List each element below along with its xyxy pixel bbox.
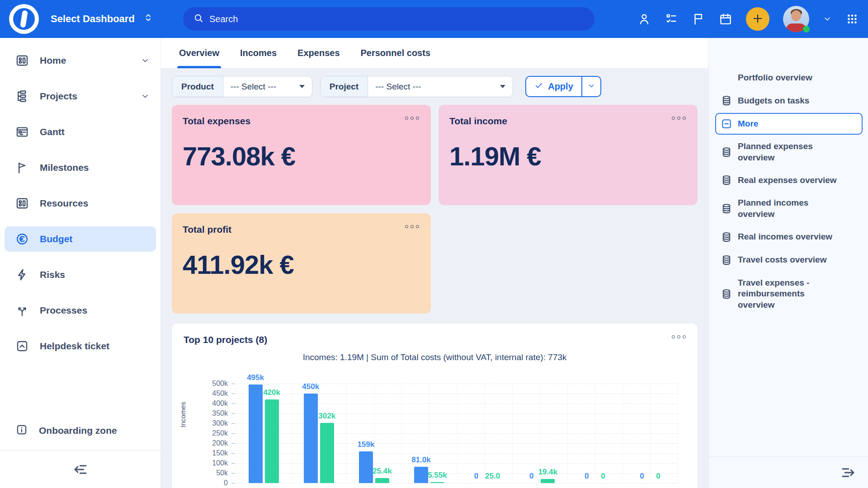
helpdesk-icon xyxy=(15,339,29,353)
right-panel-item-label: Real incomes overview xyxy=(738,231,832,243)
chevron-down-icon[interactable] xyxy=(141,92,150,101)
apply-options-button[interactable] xyxy=(581,77,600,96)
costs-bar[interactable] xyxy=(320,423,334,483)
right-panel-item-real-expenses-overview[interactable]: Real expenses overview xyxy=(715,169,863,191)
sidebar-item-resources[interactable]: Resources xyxy=(5,191,156,216)
person-icon xyxy=(637,12,651,26)
sidebar-item-label: Gantt xyxy=(40,127,65,137)
y-axis-title: Incomes xyxy=(179,385,187,444)
bar-slot: 0 xyxy=(635,384,649,483)
database-icon xyxy=(721,146,732,158)
sidebar-item-projects[interactable]: Projects xyxy=(5,84,156,109)
apply-button[interactable]: Apply xyxy=(526,77,581,96)
bar-group-7: 00 xyxy=(579,384,611,483)
collapse-sidebar-button[interactable] xyxy=(72,461,89,478)
calendar-icon-button[interactable] xyxy=(719,12,732,26)
bar-slot: 0 xyxy=(651,384,665,483)
chevron-down-icon[interactable] xyxy=(141,56,150,65)
tab-expenses[interactable]: Expenses xyxy=(297,38,340,68)
axis-tick xyxy=(231,413,235,414)
search-bar[interactable] xyxy=(183,7,594,31)
axis-tick xyxy=(231,384,235,384)
incomes-bar[interactable] xyxy=(304,394,318,483)
incomes-bar[interactable] xyxy=(414,467,428,483)
checklist-icon xyxy=(665,12,678,26)
bar-slot: 5.55k xyxy=(430,384,444,483)
sidebar-item-label: Risks xyxy=(40,269,65,280)
tab-incomes[interactable]: Incomes xyxy=(240,38,277,68)
right-panel-item-more[interactable]: More xyxy=(715,113,863,135)
card-menu-kebab[interactable] xyxy=(403,115,421,122)
sidebar-item-milestones[interactable]: Milestones xyxy=(5,155,156,180)
sidebar-item-onboarding-zone[interactable]: Onboarding zone xyxy=(5,418,156,443)
bar-group-8: 00 xyxy=(634,384,666,483)
bar-value-label: 0 xyxy=(585,472,589,481)
dropdown-caret-icon xyxy=(299,85,305,88)
dashboard-selector[interactable]: Select Dashboard xyxy=(51,12,154,26)
sidebar-item-processes[interactable]: Processes xyxy=(5,298,156,323)
bar-value-label: 81.0k xyxy=(411,455,431,465)
incomes-bar[interactable] xyxy=(359,451,373,483)
main-area: OverviewIncomesExpensesPersonnel costs P… xyxy=(161,38,708,488)
database-icon xyxy=(721,174,732,186)
right-panel-item-planned-incomes-overview[interactable]: Planned incomes overview xyxy=(715,192,863,225)
sidebar-item-home[interactable]: Home xyxy=(5,48,156,73)
bar-slot: 25.0 xyxy=(486,384,500,483)
sidebar-item-helpdesk-ticket[interactable]: Helpdesk ticket xyxy=(5,333,156,359)
tab-personnel-costs[interactable]: Personnel costs xyxy=(361,38,431,68)
costs-bar[interactable] xyxy=(375,478,389,483)
expand-panel-button[interactable] xyxy=(840,465,856,481)
incomes-bar[interactable] xyxy=(249,385,263,483)
tab-overview[interactable]: Overview xyxy=(179,38,219,68)
card-menu-kebab[interactable] xyxy=(403,223,421,230)
right-panel-item-travel-costs-overview[interactable]: Travel costs overview xyxy=(715,249,863,271)
right-panel-item-travel-expenses-reimbursements-overview[interactable]: Travel expenses - reimbursements overvie… xyxy=(715,272,863,316)
sidebar-item-budget[interactable]: Budget xyxy=(5,226,156,252)
right-panel-item-portfolio-overview[interactable]: Portfolio overview xyxy=(715,67,863,89)
costs-bar[interactable] xyxy=(265,399,279,483)
card-value: 1.19M € xyxy=(449,141,687,171)
project-select[interactable]: --- Select --- xyxy=(368,76,513,97)
bar-slot: 25.4k xyxy=(375,384,389,483)
bar-slot: 19.4k xyxy=(541,384,555,483)
right-panel-item-budgets-on-tasks[interactable]: Budgets on tasks xyxy=(715,90,863,112)
card-total-income: Total income1.19M € xyxy=(439,105,698,205)
tab-label: Overview xyxy=(179,48,219,58)
dropdown-caret-icon xyxy=(500,85,505,88)
apply-button-label: Apply xyxy=(548,81,573,92)
search-input[interactable] xyxy=(209,14,585,24)
axis-tick xyxy=(231,394,235,394)
projects-icon xyxy=(15,89,29,103)
profile-icon-button[interactable] xyxy=(637,12,651,26)
panel-menu-kebab[interactable] xyxy=(670,333,688,340)
profile-chevron-icon[interactable] xyxy=(823,14,832,23)
axis-tick xyxy=(231,404,235,404)
right-panel-item-planned-expenses-overview[interactable]: Planned expenses overview xyxy=(715,136,863,168)
costs-bar[interactable] xyxy=(541,479,555,483)
chevron-down-icon xyxy=(587,82,595,91)
quick-add-button[interactable] xyxy=(746,7,769,31)
home-icon xyxy=(15,54,29,67)
costs-bar[interactable] xyxy=(430,482,444,483)
collapse-left-icon xyxy=(72,472,89,479)
sidebar-footer: Onboarding zone xyxy=(0,418,160,488)
bar-value-label: 25.4k xyxy=(373,467,392,476)
chart-subtitle: Incomes: 1.19M | Sum of Total costs (wit… xyxy=(184,352,686,362)
right-panel-item-real-incomes-overview[interactable]: Real incomes overview xyxy=(715,226,863,248)
sidebar-item-label: Home xyxy=(40,55,66,66)
app-logo-icon[interactable] xyxy=(9,4,39,34)
apps-grid-button[interactable] xyxy=(845,12,859,26)
card-menu-kebab[interactable] xyxy=(670,115,688,122)
user-avatar[interactable] xyxy=(783,6,809,32)
sidebar-item-risks[interactable]: Risks xyxy=(5,262,156,287)
product-select[interactable]: --- Select --- xyxy=(223,76,312,97)
split-icon xyxy=(15,304,29,317)
y-tick-label: 0 xyxy=(201,479,228,487)
axis-tick xyxy=(231,433,235,434)
flag-icon-button[interactable] xyxy=(692,12,705,26)
right-panel-item-label: Travel expenses - reimbursements overvie… xyxy=(738,277,840,311)
sidebar-item-gantt[interactable]: Gantt xyxy=(5,119,156,145)
axis-tick xyxy=(231,463,235,464)
tasks-icon-button[interactable] xyxy=(665,12,678,26)
y-tick-label: 450k xyxy=(201,389,228,398)
